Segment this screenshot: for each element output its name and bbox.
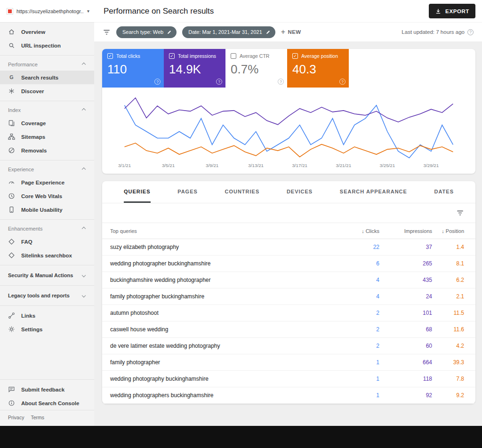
x-axis-tick-label: 3/17/21 — [292, 163, 307, 168]
help-icon[interactable]: ? — [216, 79, 222, 85]
metric-card-header: Average CTR — [231, 53, 282, 59]
sort-desc-icon: ↓ — [442, 228, 444, 234]
table-row[interactable]: family photographer166439.3 — [102, 354, 475, 371]
export-button[interactable]: EXPORT — [429, 4, 475, 18]
table-row[interactable]: caswell house wedding26811.6 — [102, 321, 475, 338]
sidebar-section-legacy-tools-and-reports[interactable]: Legacy tools and reports — [0, 288, 94, 303]
svg-text:G: G — [9, 74, 13, 80]
table-row[interactable]: wedding photography buckinghamshire11187… — [102, 371, 475, 387]
checkbox-icon[interactable]: ✓ — [169, 53, 175, 59]
tab-queries[interactable]: QUERIES — [124, 181, 151, 203]
tab-pages[interactable]: PAGES — [177, 181, 198, 203]
sidebar-item-submit-feedback[interactable]: Submit feedback — [0, 383, 94, 396]
impressions-cell: 435 — [379, 277, 432, 283]
table-row[interactable]: buckinghamshire wedding photographer4435… — [102, 272, 475, 288]
table-header: Top queries↓ClicksImpressions↓Position — [102, 223, 475, 239]
column-header-position[interactable]: ↓Position — [432, 228, 475, 234]
checkbox-icon[interactable]: ✓ — [292, 53, 298, 59]
sidebar-item-overview[interactable]: Overview — [0, 25, 94, 39]
sidebar-item-faq[interactable]: FAQ — [0, 235, 94, 248]
sidebar-section-header-performance[interactable]: Performance — [0, 58, 94, 71]
divider — [0, 219, 94, 220]
metric-value: 40.3 — [292, 62, 344, 77]
sidebar-item-removals[interactable]: Removals — [0, 144, 94, 157]
filter-bar: Search type: Web Date: Mar 1, 2021-Mar 3… — [94, 23, 482, 41]
search-type-chip[interactable]: Search type: Web — [116, 26, 177, 38]
sidebar-item-about-search-console[interactable]: About Search Console — [0, 396, 94, 410]
chevron-down-icon — [82, 294, 86, 297]
position-cell: 8.1 — [432, 260, 475, 267]
sidebar-item-label: Page Experience — [21, 180, 64, 185]
column-header-top-queries[interactable]: Top queries — [102, 228, 336, 234]
sidebar-item-coverage[interactable]: Coverage — [0, 116, 94, 130]
sidebar-item-label: Core Web Vitals — [21, 193, 62, 199]
topbar: https://suzyelizabethphotogr... ▾ Perfor… — [0, 0, 482, 23]
section-label: Experience — [8, 167, 34, 172]
table-row[interactable]: wedding photographers buckinghamshire192… — [102, 387, 475, 404]
table-row[interactable]: autumn photoshoot210111.5 — [102, 305, 475, 321]
sidebar-section-security-manual-actions[interactable]: Security & Manual Actions — [0, 268, 94, 282]
footer-link-terms[interactable]: Terms — [31, 415, 44, 420]
sidebar-item-links[interactable]: Links — [0, 309, 94, 322]
x-axis-tick-label: 3/13/21 — [248, 163, 264, 168]
help-icon[interactable]: ? — [278, 79, 284, 85]
table-filter-icon[interactable] — [456, 209, 464, 217]
sidebar-item-mobile-usability[interactable]: Mobile Usability — [0, 203, 94, 216]
sidebar-item-search-results[interactable]: GSearch results — [0, 71, 94, 84]
sidebar-section-header-enhancements[interactable]: Enhancements — [0, 223, 94, 235]
filter-icon[interactable] — [103, 28, 111, 36]
tab-dates[interactable]: DATES — [434, 181, 454, 203]
date-filter-chip[interactable]: Date: Mar 1, 2021-Mar 31, 2021 — [182, 26, 275, 38]
sidebar-section-header-index[interactable]: Index — [0, 104, 94, 116]
sidebar-item-label: Mobile Usability — [21, 207, 63, 213]
metric-card-average-ctr[interactable]: Average CTR0.7%? — [225, 49, 287, 88]
sidebar-item-settings[interactable]: Settings — [0, 322, 94, 336]
checkbox-icon[interactable]: ✓ — [107, 53, 113, 59]
sidebar-item-label: Links — [21, 313, 35, 319]
column-header-impressions[interactable]: Impressions — [379, 228, 432, 234]
query-cell: suzy elizabeth photography — [102, 244, 336, 250]
property-selector[interactable]: https://suzyelizabethphotogr... ▾ — [0, 0, 94, 23]
sidebar-item-sitemaps[interactable]: Sitemaps — [0, 130, 94, 144]
footer-link-privacy[interactable]: Privacy — [8, 415, 24, 420]
sidebar-item-core-web-vitals[interactable]: Core Web Vitals — [0, 189, 94, 203]
metric-label: Total clicks — [116, 53, 140, 59]
export-label: EXPORT — [445, 8, 469, 14]
sidebar-item-discover[interactable]: Discover — [0, 84, 94, 98]
clicks-cell: 1 — [336, 359, 379, 366]
impressions-cell: 92 — [379, 392, 432, 399]
position-cell: 11.6 — [432, 326, 475, 333]
tab-countries[interactable]: COUNTRIES — [225, 181, 259, 203]
query-table-body: suzy elizabeth photography22371.4wedding… — [102, 239, 475, 404]
metric-value: 14.9K — [169, 62, 220, 77]
sidebar-item-label: Submit feedback — [21, 387, 64, 392]
edit-icon[interactable] — [265, 30, 271, 35]
metric-card-total-impressions[interactable]: ✓Total impressions14.9K? — [164, 49, 225, 88]
tab-search-appearance[interactable]: SEARCH APPEARANCE — [340, 181, 407, 203]
checkbox-icon[interactable] — [231, 53, 236, 59]
impressions-cell: 101 — [379, 310, 432, 316]
sidebar-item-page-experience[interactable]: Page Experience — [0, 176, 94, 189]
query-cell: autumn photoshoot — [102, 310, 336, 316]
table-row[interactable]: de vere latimer estate wedding photograp… — [102, 338, 475, 354]
sidebar-item-sitelinks-searchbox[interactable]: Sitelinks searchbox — [0, 248, 94, 262]
table-row[interactable]: suzy elizabeth photography22371.4 — [102, 239, 475, 256]
clicks-cell: 4 — [336, 293, 379, 300]
column-header-clicks[interactable]: ↓Clicks — [336, 228, 379, 234]
divider — [0, 160, 94, 160]
sidebar-section-header-experience[interactable]: Experience — [0, 163, 94, 176]
help-icon[interactable]: ? — [467, 29, 474, 35]
help-icon[interactable]: ? — [339, 79, 345, 85]
mobile-usability-icon — [8, 206, 15, 213]
sidebar-item-url-inspection[interactable]: URL inspection — [0, 39, 94, 52]
table-row[interactable]: wedding photographer buckinghamshire6265… — [102, 256, 475, 272]
help-icon[interactable]: ? — [154, 79, 161, 85]
new-filter-button[interactable]: + NEW — [281, 28, 301, 36]
metric-card-average-position[interactable]: ✓Average position40.3? — [287, 49, 349, 88]
edit-icon[interactable] — [167, 30, 172, 35]
table-row[interactable]: family photographer buckinghamshire4242.… — [102, 288, 475, 305]
tab-devices[interactable]: DEVICES — [287, 181, 313, 203]
position-cell: 6.2 — [432, 277, 475, 283]
impressions-cell: 118 — [379, 376, 432, 382]
metric-card-total-clicks[interactable]: ✓Total clicks110? — [102, 49, 164, 88]
